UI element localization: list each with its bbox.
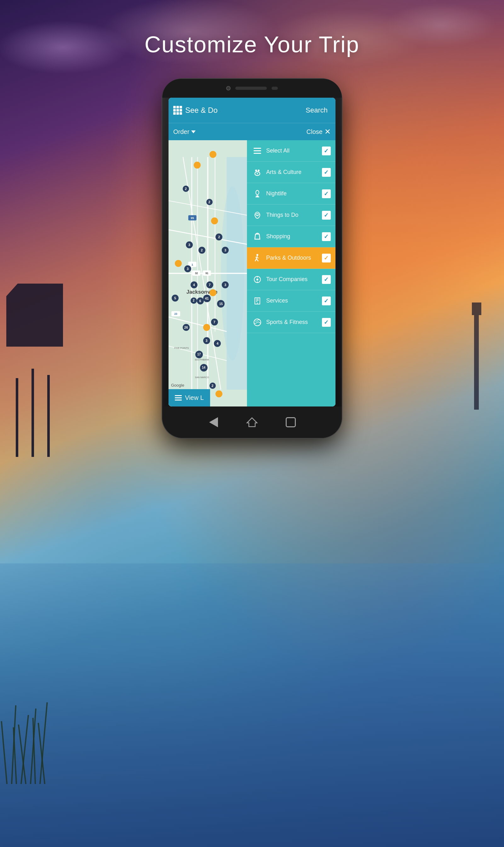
sensor	[272, 87, 278, 90]
list-icon	[252, 145, 263, 157]
category-item-arts-culture[interactable]: Arts & Culture ✓	[247, 162, 336, 183]
svg-text:32: 32	[195, 271, 198, 275]
hiking-icon	[252, 252, 263, 264]
grid-menu-icon[interactable]	[173, 106, 182, 115]
camera	[226, 86, 231, 90]
grid-dot	[176, 112, 179, 115]
checkbox-sports-fitness[interactable]: ✓	[322, 318, 331, 327]
checkmark-icon: ✓	[324, 298, 328, 304]
page-heading: Customize Your Trip	[0, 32, 504, 57]
order-arrow-icon	[191, 130, 196, 133]
map-pin: 26	[183, 324, 190, 331]
map-svg: 95 1 23 Jacksonville FIVE POINTS	[168, 140, 247, 406]
close-button[interactable]: Close ✕	[306, 127, 331, 136]
phone-nav-bar	[162, 406, 342, 438]
checkbox-shopping[interactable]: ✓	[322, 232, 331, 241]
view-list-button[interactable]: View L	[168, 389, 210, 406]
checkmark-icon: ✓	[324, 190, 328, 197]
category-name-shopping: Shopping	[266, 233, 322, 240]
map-pin: 3	[184, 265, 191, 272]
svg-line-45	[256, 259, 258, 261]
category-item-services[interactable]: Services ✓	[247, 290, 336, 312]
right-silhouette	[425, 220, 504, 410]
svg-rect-31	[254, 150, 261, 151]
map-pin: 2	[191, 298, 197, 304]
grid-dot	[173, 106, 176, 108]
activity-icon	[252, 210, 263, 221]
map-pin: 7	[206, 281, 213, 288]
checkmark-icon: ✓	[324, 254, 328, 262]
svg-text:95: 95	[191, 216, 194, 219]
checkbox-arts-culture[interactable]: ✓	[322, 168, 331, 177]
google-watermark: Google	[171, 383, 184, 388]
category-item-select-all[interactable]: Select All ✓	[247, 140, 336, 162]
checkbox-select-all[interactable]: ✓	[322, 146, 331, 155]
nav-back-button[interactable]	[207, 416, 220, 428]
map-pin	[203, 324, 210, 331]
map-pin: 4	[191, 281, 198, 288]
category-name-services: Services	[266, 298, 322, 304]
home-icon	[246, 417, 258, 428]
category-item-tour-companies[interactable]: i Tour Companies ✓	[247, 269, 336, 290]
order-button[interactable]: Order	[173, 128, 196, 136]
map-pin: 41	[203, 295, 211, 302]
nav-home-button[interactable]	[246, 416, 258, 428]
phone-device: See & Do Search Order Close ✕	[162, 79, 342, 438]
grid-dot	[173, 109, 176, 111]
map-pin: 5	[172, 295, 179, 302]
category-item-nightlife[interactable]: Nightlife ✓	[247, 183, 336, 205]
map-area: 95 1 23 Jacksonville FIVE POINTS	[168, 140, 247, 406]
svg-text:23: 23	[174, 312, 177, 315]
checkbox-things-to-do[interactable]: ✓	[322, 211, 331, 219]
svg-rect-32	[254, 153, 261, 154]
grid-dot	[176, 106, 179, 108]
checkbox-nightlife[interactable]: ✓	[322, 189, 331, 198]
order-label: Order	[173, 128, 189, 136]
svg-point-37	[256, 190, 259, 195]
app-header: See & Do Search	[168, 98, 336, 123]
svg-rect-28	[175, 398, 182, 398]
map-pin: 2	[183, 186, 189, 192]
category-name-select-all: Select All	[266, 147, 322, 154]
category-item-parks-outdoors[interactable]: Parks & Outdoors ✓	[247, 247, 336, 269]
svg-text:91: 91	[205, 271, 209, 275]
svg-rect-27	[175, 395, 182, 396]
category-item-shopping[interactable]: Shopping ✓	[247, 226, 336, 247]
checkbox-tour-companies[interactable]: ✓	[322, 275, 331, 284]
grid-dot	[180, 106, 182, 108]
map-pin: 6	[197, 298, 204, 304]
category-item-things-to-do[interactable]: Things to Do ✓	[247, 205, 336, 226]
checkbox-services[interactable]: ✓	[322, 297, 331, 305]
checkmark-icon: ✓	[324, 147, 328, 154]
map-pin	[210, 289, 216, 296]
category-item-sports-fitness[interactable]: Sports & Fitness ✓	[247, 312, 336, 333]
nav-recent-button[interactable]	[285, 416, 297, 428]
water-reflection	[0, 563, 504, 847]
phone-screen: See & Do Search Order Close ✕	[168, 98, 336, 406]
palette-icon	[252, 167, 263, 178]
map-pin: 2	[206, 199, 213, 205]
category-name-parks-outdoors: Parks & Outdoors	[266, 254, 322, 262]
search-button[interactable]: Search	[302, 105, 331, 116]
category-name-things-to-do: Things to Do	[266, 212, 322, 219]
svg-text:1: 1	[192, 263, 193, 266]
checkbox-parks-outdoors[interactable]: ✓	[322, 254, 331, 263]
checkmark-icon: ✓	[324, 319, 328, 326]
app-title: See & Do	[185, 106, 299, 115]
map-pin: 3	[186, 241, 193, 248]
phone-body: See & Do Search Order Close ✕	[162, 79, 342, 438]
reeds	[0, 658, 63, 784]
category-name-arts-culture: Arts & Culture	[266, 169, 322, 176]
grid-dot	[180, 109, 182, 111]
nightlife-icon	[252, 188, 263, 199]
speaker	[235, 87, 267, 90]
grid-dot	[173, 112, 176, 115]
category-name-sports-fitness: Sports & Fitness	[266, 319, 322, 326]
svg-point-33	[255, 170, 257, 172]
svg-text:i: i	[257, 279, 258, 281]
category-name-nightlife: Nightlife	[266, 190, 322, 197]
map-pin: 2	[210, 383, 216, 389]
phone-notch	[162, 79, 342, 98]
map-pin: 7	[211, 319, 218, 325]
svg-point-55	[257, 302, 258, 303]
